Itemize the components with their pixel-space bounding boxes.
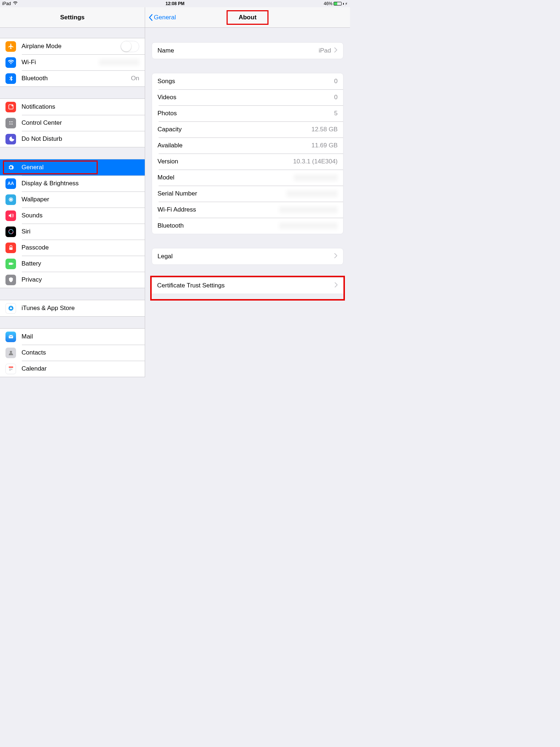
notifications-icon — [5, 102, 16, 112]
photos-value: 5 — [334, 110, 338, 117]
about-songs-row: Songs0 — [152, 73, 343, 89]
appstore-icon — [5, 303, 16, 314]
svg-point-22 — [10, 369, 11, 370]
sidebar-item-bluetooth[interactable]: Bluetooth On — [0, 70, 145, 86]
about-name-group: Name iPad — [152, 42, 343, 59]
sidebar-item-wifi[interactable]: Wi-Fi — [0, 54, 145, 70]
battery-percent: 46% — [324, 1, 332, 6]
songs-value: 0 — [334, 78, 338, 85]
airplane-icon — [5, 41, 16, 52]
svg-point-18 — [10, 368, 11, 369]
bluetooth-label: Bluetooth — [22, 75, 48, 82]
wifi-value — [99, 59, 139, 66]
svg-point-20 — [12, 368, 12, 369]
highlight-about-title: About — [226, 10, 268, 25]
sidebar-item-general[interactable]: General — [0, 159, 145, 175]
gear-icon — [5, 162, 16, 173]
notifications-label: Notifications — [22, 103, 55, 111]
videos-label: Videos — [158, 94, 176, 101]
about-videos-row: Videos0 — [152, 89, 343, 105]
available-value: 11.69 GB — [311, 142, 338, 149]
highlight-certificate-trust: Certificate Trust Settings — [150, 276, 345, 301]
wifi-label: Wi-Fi — [22, 59, 36, 66]
svg-rect-12 — [13, 263, 13, 264]
sidebar-item-contacts[interactable]: Contacts — [0, 345, 145, 361]
capacity-label: Capacity — [158, 126, 182, 133]
settings-sidebar: Settings Airplane Mode Wi-Fi Bluetooth — [0, 7, 145, 377]
serial-label: Serial Number — [158, 190, 197, 197]
sidebar-item-dnd[interactable]: Do Not Disturb — [0, 131, 145, 147]
battery-settings-icon — [5, 259, 16, 269]
siri-label: Siri — [22, 228, 31, 235]
serial-value — [287, 190, 338, 197]
about-bt-addr-row: Bluetooth — [152, 218, 343, 234]
bt-addr-value — [279, 222, 338, 229]
sidebar-item-display[interactable]: AA Display & Brightness — [0, 175, 145, 191]
about-capacity-row: Capacity12.58 GB — [152, 121, 343, 138]
svg-rect-10 — [9, 247, 12, 250]
sidebar-item-siri[interactable]: Siri — [0, 224, 145, 240]
svg-point-25 — [9, 370, 10, 371]
clock: 12:08 PM — [0, 1, 350, 6]
cert-trust-label: Certificate Trust Settings — [157, 282, 225, 289]
battery-label: Battery — [22, 260, 41, 267]
svg-point-17 — [9, 368, 10, 369]
svg-point-23 — [11, 369, 12, 370]
back-button[interactable]: General — [148, 14, 176, 21]
passcode-label: Passcode — [22, 244, 49, 251]
about-wifi-addr-row: Wi-Fi Address — [152, 202, 343, 218]
about-name-value: iPad — [319, 47, 331, 54]
about-name-label: Name — [158, 47, 174, 54]
sidebar-item-control-center[interactable]: Control Center — [0, 115, 145, 131]
about-available-row: Available11.69 GB — [152, 138, 343, 154]
display-icon: AA — [5, 178, 16, 189]
wifi-addr-label: Wi-Fi Address — [158, 206, 196, 213]
calendar-label: Calendar — [22, 365, 47, 372]
airplane-label: Airplane Mode — [22, 43, 62, 50]
mail-icon — [5, 332, 16, 342]
svg-rect-5 — [9, 124, 11, 124]
sidebar-item-calendar[interactable]: Calendar — [0, 361, 145, 377]
sidebar-item-airplane-mode[interactable]: Airplane Mode — [0, 38, 145, 54]
about-model-row: Model — [152, 170, 343, 186]
device-label: iPad — [2, 1, 11, 6]
sidebar-item-passcode[interactable]: Passcode — [0, 240, 145, 256]
model-label: Model — [158, 174, 174, 181]
chevron-right-icon — [334, 253, 338, 260]
sidebar-item-privacy[interactable]: Privacy — [0, 272, 145, 288]
sidebar-item-sounds[interactable]: Sounds — [0, 208, 145, 224]
svg-point-4 — [11, 124, 12, 125]
bt-addr-label: Bluetooth — [158, 222, 184, 229]
svg-rect-11 — [9, 263, 13, 265]
display-label: Display & Brightness — [22, 180, 79, 187]
about-version-row: Version10.3.1 (14E304) — [152, 154, 343, 170]
detail-title: About — [238, 14, 256, 21]
charging-icon: ⚡︎ — [345, 1, 348, 6]
control-center-label: Control Center — [22, 119, 62, 127]
about-name-row[interactable]: Name iPad — [152, 43, 343, 59]
sidebar-item-itunes[interactable]: iTunes & App Store — [0, 300, 145, 316]
svg-rect-3 — [11, 121, 13, 122]
about-photos-row: Photos5 — [152, 105, 343, 121]
about-cert-trust-row[interactable]: Certificate Trust Settings — [152, 278, 343, 294]
wifi-settings-icon — [5, 57, 16, 68]
mail-label: Mail — [22, 333, 33, 340]
sidebar-item-battery[interactable]: Battery — [0, 256, 145, 272]
svg-point-24 — [12, 369, 12, 370]
sidebar-item-mail[interactable]: Mail — [0, 329, 145, 345]
contacts-icon — [5, 348, 16, 358]
sidebar-item-wallpaper[interactable]: Wallpaper — [0, 191, 145, 208]
songs-label: Songs — [158, 78, 175, 85]
available-label: Available — [158, 142, 183, 149]
wifi-addr-value — [279, 206, 338, 213]
control-center-icon — [5, 118, 16, 128]
about-serial-row: Serial Number — [152, 186, 343, 202]
svg-rect-16 — [9, 367, 13, 368]
airplane-toggle[interactable] — [121, 41, 139, 52]
sidebar-item-notifications[interactable]: Notifications — [0, 99, 145, 115]
about-legal-row[interactable]: Legal — [152, 248, 343, 264]
wallpaper-label: Wallpaper — [22, 196, 49, 203]
general-label: General — [22, 164, 43, 171]
sounds-icon — [5, 210, 16, 221]
about-stats-group: Songs0 Videos0 Photos5 Capacity12.58 GB … — [152, 73, 343, 234]
